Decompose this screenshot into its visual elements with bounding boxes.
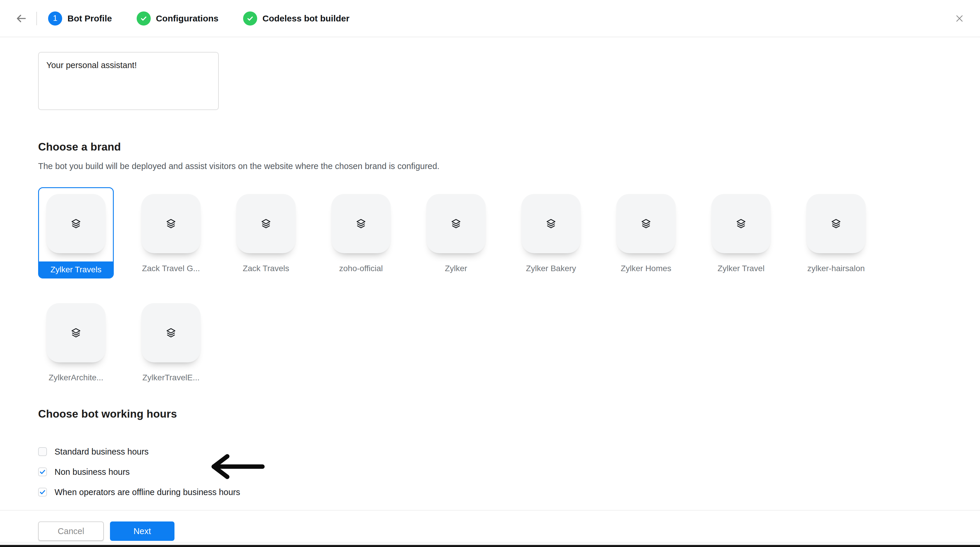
check-icon	[39, 469, 46, 475]
page-background-strip	[0, 542, 980, 545]
brand-card-zylkerarchite[interactable]: ZylkerArchite...	[38, 297, 114, 388]
brand-card-zylker-bakery[interactable]: Zylker Bakery	[513, 187, 589, 279]
brand-name: ZylkerTravelE...	[143, 373, 200, 383]
brand-name: zylker-hairsalon	[807, 264, 865, 273]
step-label: Bot Profile	[67, 13, 112, 24]
option-non-business-hours[interactable]: Non business hours	[38, 467, 240, 476]
brand-card-zack-travels[interactable]: Zack Travels	[228, 187, 304, 279]
window-bottom-edge	[0, 545, 980, 547]
brand-tile	[46, 303, 105, 362]
brand-card-zylker-hairsalon[interactable]: zylker-hairsalon	[798, 187, 874, 279]
back-button[interactable]	[14, 11, 28, 26]
step-number-badge: 1	[48, 11, 62, 26]
layers-icon	[71, 327, 81, 338]
check-icon	[39, 489, 46, 495]
step-bot-profile[interactable]: 1 Bot Profile	[48, 11, 112, 26]
step-label: Codeless bot builder	[262, 13, 350, 24]
brand-section-title: Choose a brand	[38, 141, 942, 153]
brand-card-zylker-travel[interactable]: Zylker Travel	[703, 187, 779, 279]
layers-icon	[261, 218, 271, 229]
layers-icon	[451, 218, 461, 229]
brand-tile	[142, 303, 200, 362]
cancel-button[interactable]: Cancel	[38, 521, 104, 541]
close-icon	[955, 14, 964, 23]
layers-icon	[831, 218, 841, 229]
option-operators-offline[interactable]: When operators are offline during busine…	[38, 488, 240, 496]
brand-card-zoho-official[interactable]: zoho-official	[323, 187, 399, 279]
layers-icon	[546, 218, 556, 229]
brand-name: Zack Travels	[243, 264, 290, 273]
layers-icon	[736, 218, 746, 229]
brand-section-subtitle: The bot you build will be deployed and a…	[38, 161, 942, 171]
option-label: When operators are offline during busine…	[54, 488, 240, 497]
brand-card-zack-travel-g[interactable]: Zack Travel G...	[133, 187, 209, 279]
step-check-icon	[243, 11, 257, 26]
brand-card-zylker[interactable]: Zylker	[418, 187, 494, 279]
working-hours-section: Choose bot working hours Standard busine…	[38, 408, 240, 508]
step-label: Configurations	[156, 13, 218, 24]
option-standard-business-hours[interactable]: Standard business hours	[38, 447, 240, 456]
brand-tile	[616, 194, 676, 253]
brand-tile	[711, 194, 771, 253]
brand-grid: Zylker Travels Zack Travel G... Zack Tra…	[38, 187, 942, 388]
bot-description-input[interactable]: Your personal assistant!	[38, 52, 219, 110]
brand-card-zylker-homes[interactable]: Zylker Homes	[608, 187, 684, 279]
step-codeless-bot-builder[interactable]: Codeless bot builder	[243, 11, 350, 26]
brand-name: Zylker Bakery	[526, 264, 576, 273]
checkbox-checked[interactable]	[38, 467, 47, 476]
brand-card-zylkertravele[interactable]: ZylkerTravelE...	[133, 297, 209, 388]
option-label: Standard business hours	[54, 447, 149, 457]
brand-section: Choose a brand The bot you build will be…	[38, 141, 942, 388]
layers-icon	[71, 218, 81, 229]
brand-tile	[521, 194, 581, 253]
brand-tile	[426, 194, 485, 253]
close-button[interactable]	[952, 11, 967, 26]
brand-name: Zack Travel G...	[142, 264, 200, 273]
brand-tile	[331, 194, 391, 253]
brand-tile	[236, 194, 296, 253]
step-check-icon	[137, 11, 151, 26]
brand-name: Zylker Travel	[718, 264, 764, 273]
brand-name: ZylkerArchite...	[49, 373, 103, 383]
layers-icon	[165, 327, 176, 338]
checkbox-checked[interactable]	[38, 488, 47, 496]
brand-tile	[142, 194, 200, 253]
header-divider	[37, 12, 37, 25]
footer-bar: Cancel Next	[0, 510, 980, 542]
brand-name: Zylker Homes	[621, 264, 671, 273]
brand-name: zoho-official	[339, 264, 383, 273]
wizard-header: 1 Bot Profile Configurations Codeless bo…	[0, 0, 980, 37]
working-hours-title: Choose bot working hours	[38, 408, 240, 420]
layers-icon	[641, 218, 651, 229]
brand-card-zylker-travels[interactable]: Zylker Travels	[38, 187, 114, 279]
layers-icon	[165, 218, 176, 229]
brand-name: Zylker	[445, 264, 467, 273]
checkbox-unchecked[interactable]	[38, 447, 47, 456]
option-label: Non business hours	[54, 467, 130, 477]
next-button[interactable]: Next	[110, 521, 175, 541]
arrow-left-icon	[15, 13, 27, 24]
layers-icon	[356, 218, 366, 229]
working-hours-options: Standard business hours Non business hou…	[38, 447, 240, 496]
brand-tile	[46, 194, 105, 253]
brand-name: Zylker Travels	[39, 262, 113, 277]
step-configurations[interactable]: Configurations	[137, 11, 218, 26]
brand-tile	[807, 194, 865, 253]
